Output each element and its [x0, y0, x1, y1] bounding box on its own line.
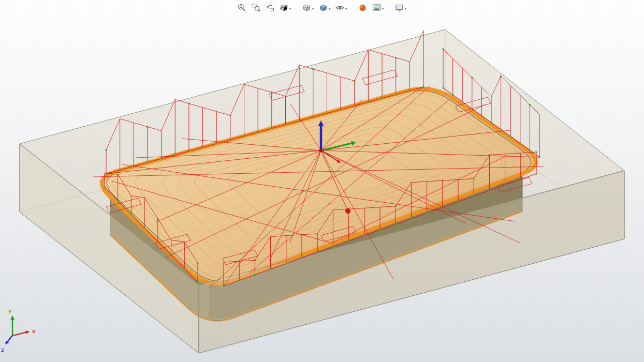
view-orientation-icon [302, 3, 311, 14]
display-style-icon [318, 3, 328, 14]
dropdown-arrow-icon: ▾ [382, 7, 384, 11]
hide-show-items-icon [335, 3, 345, 14]
previous-view-icon [265, 3, 274, 14]
zoom-to-area-button[interactable] [250, 2, 261, 15]
view-orientation-button[interactable]: ▾ [301, 2, 315, 15]
heads-up-view-toolbar: ▾▾▾▾▾▾ [236, 2, 407, 15]
zoom-to-fit-button[interactable] [236, 2, 247, 15]
edit-appearance-button[interactable] [357, 2, 369, 15]
dropdown-arrow-icon: ▾ [345, 7, 347, 11]
apply-scene-icon [372, 3, 382, 14]
edit-appearance-icon [358, 3, 368, 14]
zoom-to-fit-icon [237, 3, 246, 14]
orientation-triad: Y X Z [1, 309, 35, 353]
cad-viewport[interactable]: ▾▾▾▾▾▾ Y X Z [0, 0, 644, 362]
axis-z-label: Z [1, 348, 4, 353]
view-settings-icon [395, 3, 404, 14]
dropdown-arrow-icon: ▾ [328, 7, 330, 11]
section-view-icon [279, 3, 288, 14]
dropdown-arrow-icon: ▾ [312, 7, 314, 11]
dropdown-arrow-icon: ▾ [289, 7, 291, 11]
axis-x-label: X [32, 329, 35, 334]
section-view-button[interactable]: ▾ [278, 2, 292, 15]
dropdown-arrow-icon: ▾ [405, 7, 407, 11]
axis-y-label: Y [8, 309, 11, 314]
hide-show-items-button[interactable]: ▾ [334, 2, 348, 15]
display-style-button[interactable]: ▾ [317, 2, 331, 15]
previous-view-button[interactable] [264, 2, 275, 15]
viewport-3d-scene[interactable]: Y X Z [0, 0, 644, 362]
view-settings-button[interactable]: ▾ [394, 2, 408, 15]
apply-scene-button[interactable]: ▾ [371, 2, 385, 15]
zoom-to-area-icon [251, 3, 260, 14]
